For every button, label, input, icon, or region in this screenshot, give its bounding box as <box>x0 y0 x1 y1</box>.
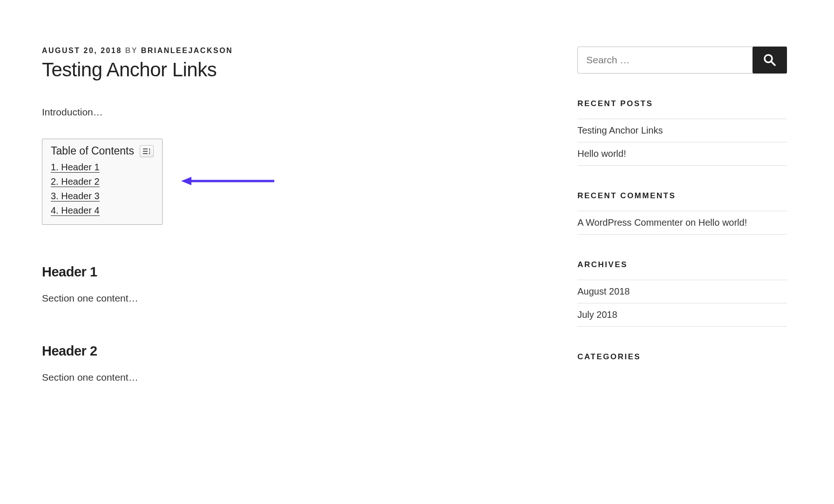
toc-link[interactable]: 1. Header 1 <box>51 162 100 173</box>
toc-title: Table of Contents <box>51 145 134 157</box>
toc-link[interactable]: 3. Header 3 <box>51 191 100 202</box>
sidebar: RECENT POSTS Testing Anchor Links Hello … <box>577 47 787 387</box>
archive-link[interactable]: August 2018 <box>577 286 630 296</box>
widget-title: RECENT POSTS <box>577 99 787 108</box>
post-main: AUGUST 20, 2018 BY BRIANLEEJACKSON Testi… <box>42 47 377 387</box>
post-by-label: BY <box>125 47 138 54</box>
toc-link[interactable]: 4. Header 4 <box>51 205 100 216</box>
section-heading: Header 2 <box>42 343 377 359</box>
svg-rect-0 <box>143 148 148 149</box>
svg-marker-3 <box>149 148 150 149</box>
widget-title: ARCHIVES <box>577 260 787 269</box>
svg-rect-5 <box>149 149 150 153</box>
post-title: Testing Anchor Links <box>42 59 377 81</box>
svg-line-9 <box>771 61 775 65</box>
toc-link[interactable]: 2. Header 2 <box>51 176 100 187</box>
toc-item: 4. Header 4 <box>51 203 154 218</box>
recent-post-link[interactable]: Testing Anchor Links <box>577 125 663 135</box>
svg-rect-2 <box>143 153 148 154</box>
search-form <box>577 47 787 74</box>
toc-toggle-button[interactable] <box>140 145 154 157</box>
widget-recent-posts: RECENT POSTS Testing Anchor Links Hello … <box>577 99 787 166</box>
comment-author-link[interactable]: A WordPress Commenter <box>577 217 683 228</box>
search-button[interactable] <box>753 47 787 74</box>
post-intro: Introduction… <box>42 107 377 118</box>
list-item: Hello world! <box>577 142 787 166</box>
section-body: Section one content… <box>42 293 377 304</box>
svg-marker-4 <box>149 153 150 155</box>
svg-marker-7 <box>181 177 191 185</box>
widget-categories: CATEGORIES <box>577 352 787 362</box>
comment-on-label: on <box>685 217 696 228</box>
toc-item: 3. Header 3 <box>51 189 154 203</box>
widget-archives: ARCHIVES August 2018 July 2018 <box>577 260 787 327</box>
toc-list: 1. Header 1 2. Header 2 3. Header 3 4. H… <box>51 160 154 218</box>
list-item: Testing Anchor Links <box>577 119 787 142</box>
list-item: August 2018 <box>577 280 787 303</box>
list-item: July 2018 <box>577 303 787 327</box>
post-meta: AUGUST 20, 2018 BY BRIANLEEJACKSON <box>42 47 377 55</box>
svg-rect-1 <box>143 151 148 152</box>
search-icon <box>763 53 777 67</box>
recent-post-link[interactable]: Hello world! <box>577 148 626 159</box>
post-author-link[interactable]: BRIANLEEJACKSON <box>141 47 233 54</box>
list-item: A WordPress Commenter on Hello world! <box>577 211 787 235</box>
comment-post-link[interactable]: Hello world! <box>698 217 747 228</box>
post-date: AUGUST 20, 2018 <box>42 47 122 54</box>
section-heading: Header 1 <box>42 264 377 280</box>
widget-title: RECENT COMMENTS <box>577 191 787 201</box>
toc-item: 2. Header 2 <box>51 175 154 189</box>
list-toggle-icon <box>143 148 150 155</box>
widget-recent-comments: RECENT COMMENTS A WordPress Commenter on… <box>577 191 787 235</box>
toc-item: 1. Header 1 <box>51 160 154 175</box>
annotation-arrow <box>181 174 274 190</box>
toc-box: Table of Contents 1. Header 1 <box>42 139 163 225</box>
search-input[interactable] <box>577 47 754 74</box>
archive-link[interactable]: July 2018 <box>577 309 617 320</box>
widget-title: CATEGORIES <box>577 352 787 362</box>
section-body: Section one content… <box>42 372 377 383</box>
